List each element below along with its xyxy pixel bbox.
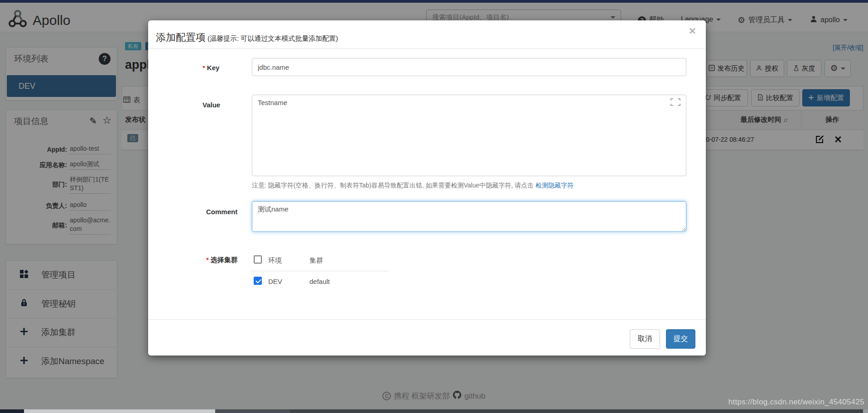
value-textarea[interactable]: Testname xyxy=(252,95,686,176)
top-accent-strip xyxy=(0,0,868,3)
csdn-watermark: https://blog.csdn.net/weixin_45405425 xyxy=(728,398,864,407)
hidden-char-note: 注意: 隐藏字符(空格、换行符、制表符Tab)容易导致配置出错, 如果需要检测V… xyxy=(252,182,574,190)
select-all-clusters-checkbox[interactable] xyxy=(254,255,262,264)
submit-button[interactable]: 提交 xyxy=(666,329,695,349)
cluster-label: *选择集群 xyxy=(206,256,238,264)
comment-textarea[interactable]: 测试name xyxy=(252,201,686,232)
modal-title: 添加配置项(温馨提示: 可以通过文本模式批量添加配置) xyxy=(156,31,338,44)
cluster-row-cluster: default xyxy=(309,278,330,285)
cluster-table-divider xyxy=(251,271,389,271)
bottom-edge-strip xyxy=(0,409,868,413)
comment-label: Comment xyxy=(206,208,237,216)
cancel-button[interactable]: 取消 xyxy=(630,329,660,349)
required-asterisk: * xyxy=(203,64,205,72)
close-icon[interactable]: × xyxy=(689,24,696,38)
value-label: Value xyxy=(203,101,220,109)
expand-fullscreen-icon[interactable] xyxy=(670,98,680,108)
apollo-config-page: Apollo 搜索项目(AppId、项目名) ? 帮助 Language ⚙ 管… xyxy=(0,0,868,413)
detect-hidden-char-link[interactable]: 检测隐藏字符 xyxy=(535,182,574,189)
cluster-col-env: 环境 xyxy=(268,256,282,265)
cluster-row-env: DEV xyxy=(268,278,282,285)
modal-footer-divider xyxy=(148,319,706,320)
modal-header-divider xyxy=(148,48,706,49)
key-input[interactable] xyxy=(252,58,686,76)
modal-title-hint: (温馨提示: 可以通过文本模式批量添加配置) xyxy=(207,34,338,42)
key-label: *Key xyxy=(203,64,219,72)
cluster-col-cluster: 集群 xyxy=(309,256,323,265)
required-asterisk: * xyxy=(206,256,209,264)
add-config-modal: 添加配置项(温馨提示: 可以通过文本模式批量添加配置) × *Key Value… xyxy=(148,20,706,355)
cluster-row-checkbox[interactable] xyxy=(254,277,262,285)
